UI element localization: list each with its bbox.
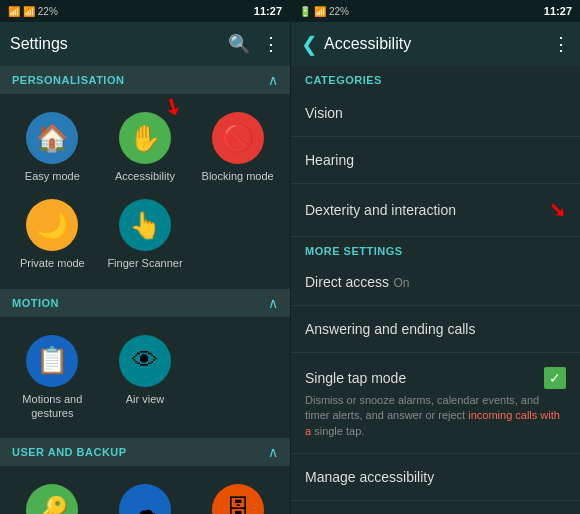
red-arrow-annotation: ➘ bbox=[158, 91, 187, 123]
motion-chevron: ∧ bbox=[268, 295, 278, 311]
single-tap-title: Single tap mode bbox=[305, 370, 406, 386]
personalisation-grid: 🏠 Easy mode ✋ ➘ Accessibility 🚫 Blocking… bbox=[0, 94, 290, 289]
hearing-item[interactable]: Hearing bbox=[291, 137, 580, 184]
backup-icon-circle: 🗄 bbox=[212, 484, 264, 514]
manage-accessibility-title: Manage accessibility bbox=[305, 469, 434, 485]
user-backup-label: USER AND BACKUP bbox=[12, 446, 127, 458]
left-status-right: 11:27 bbox=[254, 5, 282, 17]
accessibility-item[interactable]: ✋ ➘ Accessibility bbox=[99, 104, 192, 191]
blocking-mode-label: Blocking mode bbox=[202, 169, 274, 183]
easy-mode-label: Easy mode bbox=[25, 169, 80, 183]
easy-mode-item[interactable]: 🏠 Easy mode bbox=[6, 104, 99, 191]
motion-grid: 📋 Motions and gestures 👁 Air view bbox=[0, 317, 290, 439]
categories-label: CATEGORIES bbox=[291, 66, 580, 90]
finger-scanner-icon-circle: 👆 bbox=[119, 199, 171, 251]
direct-access-subtitle: On bbox=[393, 276, 409, 290]
direct-access-item[interactable]: Direct access On bbox=[291, 259, 580, 306]
answering-calls-item[interactable]: Answering and ending calls bbox=[291, 306, 580, 353]
backup-item[interactable]: 🗄 bbox=[191, 476, 284, 514]
single-tap-subtitle: Dismiss or snooze alarms, calendar event… bbox=[305, 393, 566, 439]
private-mode-label: Private mode bbox=[20, 256, 85, 270]
dexterity-title: Dexterity and interaction bbox=[305, 202, 456, 218]
right-title: Accessibility bbox=[324, 35, 552, 53]
motions-icon: 📋 bbox=[36, 345, 68, 376]
cloud-icon-circle: ☁ bbox=[119, 484, 171, 514]
single-tap-red-text: incoming calls with a bbox=[305, 409, 560, 436]
right-battery-icon: 🔋 bbox=[299, 6, 311, 17]
motions-icon-circle: 📋 bbox=[26, 335, 78, 387]
left-top-bar: Settings 🔍 ⋮ bbox=[0, 22, 290, 66]
finger-scanner-label: Finger Scanner bbox=[107, 256, 182, 270]
right-battery-pct: 22% bbox=[329, 6, 349, 17]
blocking-mode-icon-circle: 🚫 bbox=[212, 112, 264, 164]
right-overflow-icon[interactable]: ⋮ bbox=[552, 33, 570, 55]
personalisation-chevron: ∧ bbox=[268, 72, 278, 88]
hand-icon: ✋ bbox=[129, 123, 161, 154]
block-icon: 🚫 bbox=[222, 123, 254, 154]
user-backup-chevron: ∧ bbox=[268, 444, 278, 460]
moon-icon: 🌙 bbox=[36, 210, 68, 241]
key-icon: 🔑 bbox=[36, 495, 68, 514]
right-status-right: 11:27 bbox=[544, 5, 572, 17]
right-signal-icon: 📶 bbox=[314, 6, 326, 17]
fingerprint-icon: 👆 bbox=[129, 210, 161, 241]
database-icon: 🗄 bbox=[225, 495, 251, 514]
single-tap-row: Single tap mode ✓ bbox=[305, 367, 566, 389]
user-backup-grid: 🔑 ☁ 🗄 bbox=[0, 466, 290, 514]
personalisation-label: PERSONALISATION bbox=[12, 74, 124, 86]
single-tap-checkbox[interactable]: ✓ bbox=[544, 367, 566, 389]
cloud-icon: ☁ bbox=[132, 495, 158, 514]
private-mode-item[interactable]: 🌙 Private mode bbox=[6, 191, 99, 278]
hearing-title: Hearing bbox=[305, 152, 354, 168]
motions-gestures-item[interactable]: 📋 Motions and gestures bbox=[6, 327, 99, 429]
left-title: Settings bbox=[10, 35, 228, 53]
accessibility-label: Accessibility bbox=[115, 169, 175, 183]
direct-access-title: Direct access bbox=[305, 274, 389, 290]
motion-label: MOTION bbox=[12, 297, 59, 309]
house-icon: 🏠 bbox=[36, 123, 68, 154]
right-panel: 🔋 📶 22% 11:27 ❮ Accessibility ⋮ CATEGORI… bbox=[290, 0, 580, 514]
back-button[interactable]: ❮ bbox=[301, 32, 318, 56]
left-status-bar: 📶 📶 22% 11:27 bbox=[0, 0, 290, 22]
left-top-icons: 🔍 ⋮ bbox=[228, 33, 280, 55]
search-icon[interactable]: 🔍 bbox=[228, 33, 250, 55]
answering-calls-title: Answering and ending calls bbox=[305, 321, 475, 337]
left-time: 11:27 bbox=[254, 5, 282, 17]
blocking-mode-item[interactable]: 🚫 Blocking mode bbox=[191, 104, 284, 191]
left-battery-text: 📶 22% bbox=[23, 6, 58, 17]
personalisation-section-header[interactable]: PERSONALISATION ∧ bbox=[0, 66, 290, 94]
accessibility-icon-circle: ✋ ➘ bbox=[119, 112, 171, 164]
right-top-icons: ⋮ bbox=[552, 33, 570, 55]
right-top-bar: ❮ Accessibility ⋮ bbox=[291, 22, 580, 66]
air-view-icon-circle: 👁 bbox=[119, 335, 171, 387]
air-view-label: Air view bbox=[126, 392, 165, 406]
motions-label: Motions and gestures bbox=[10, 392, 95, 421]
manage-accessibility-item[interactable]: Manage accessibility bbox=[291, 454, 580, 501]
dexterity-item[interactable]: Dexterity and interaction ➘ bbox=[291, 184, 580, 237]
right-status-left: 🔋 📶 22% bbox=[299, 6, 349, 17]
motion-section-header[interactable]: MOTION ∧ bbox=[0, 289, 290, 317]
more-settings-label: MORE SETTINGS bbox=[291, 237, 580, 259]
vision-item[interactable]: Vision bbox=[291, 90, 580, 137]
right-time: 11:27 bbox=[544, 5, 572, 17]
air-view-icon: 👁 bbox=[132, 345, 158, 376]
air-view-item[interactable]: 👁 Air view bbox=[99, 327, 192, 429]
easy-mode-icon-circle: 🏠 bbox=[26, 112, 78, 164]
user-backup-section-header[interactable]: USER AND BACKUP ∧ bbox=[0, 438, 290, 466]
key-item[interactable]: 🔑 bbox=[6, 476, 99, 514]
left-signal-icon: 📶 bbox=[8, 6, 20, 17]
single-tap-item[interactable]: Single tap mode ✓ Dismiss or snooze alar… bbox=[291, 353, 580, 454]
dexterity-red-arrow: ➘ bbox=[549, 198, 566, 222]
cloud-item[interactable]: ☁ bbox=[99, 476, 192, 514]
key-icon-circle: 🔑 bbox=[26, 484, 78, 514]
right-status-bar: 🔋 📶 22% 11:27 bbox=[291, 0, 580, 22]
left-status-left: 📶 📶 22% bbox=[8, 6, 58, 17]
vision-title: Vision bbox=[305, 105, 343, 121]
private-mode-icon-circle: 🌙 bbox=[26, 199, 78, 251]
finger-scanner-item[interactable]: 👆 Finger Scanner bbox=[99, 191, 192, 278]
left-panel: 📶 📶 22% 11:27 Settings 🔍 ⋮ PERSONALISATI… bbox=[0, 0, 290, 514]
overflow-menu-icon[interactable]: ⋮ bbox=[262, 33, 280, 55]
